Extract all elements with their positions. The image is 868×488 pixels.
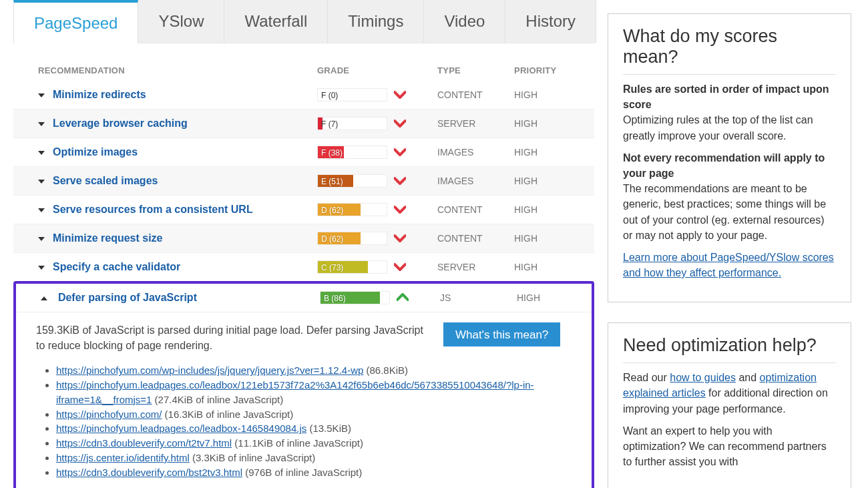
grade-bar: D (62): [317, 232, 387, 245]
impact-arrow-icon: [394, 119, 406, 128]
impact-arrow-icon: [394, 148, 406, 157]
how-to-guides-link[interactable]: how to guides: [670, 372, 736, 383]
table-row[interactable]: Optimize imagesF (38)IMAGESHIGH: [13, 138, 594, 167]
resource-link[interactable]: https://cdn3.doubleverify.com/t2tv7.html: [56, 437, 232, 449]
grade-bar: E (51): [317, 174, 387, 188]
type-value: SERVER: [437, 118, 514, 129]
header-priority: PRIORITY: [514, 65, 568, 75]
tab-waterfall[interactable]: Waterfall: [224, 0, 328, 43]
tab-pagespeed[interactable]: PageSpeed: [13, 0, 138, 43]
table-row[interactable]: Minimize redirectsF (0)CONTENTHIGH: [13, 81, 594, 109]
expand-icon[interactable]: [38, 266, 45, 270]
priority-value: HIGH: [514, 233, 568, 244]
card-title: Need optimization help?: [623, 335, 836, 363]
priority-value: HIGH: [514, 176, 568, 186]
card-bold-2: Not every recommendation will apply to y…: [623, 152, 825, 179]
grade-bar: F (7): [317, 117, 387, 130]
type-value: CONTENT: [437, 204, 514, 215]
priority-value: HIGH: [514, 204, 568, 215]
scores-meaning-card: What do my scores mean? Rules are sorted…: [608, 13, 851, 302]
list-item: https://pinchofyum.com/ (16.3KiB of inli…: [56, 407, 582, 422]
recommendation-link[interactable]: Leverage browser caching: [53, 117, 188, 129]
resource-link[interactable]: https://pinchofyum.leadpages.co/leadbox/…: [56, 379, 534, 405]
grade-bar: F (38): [317, 146, 387, 159]
improve-arrow-icon: [397, 293, 409, 302]
tab-yslow[interactable]: YSlow: [138, 0, 224, 43]
recommendation-link[interactable]: Serve scaled images: [53, 175, 158, 186]
header-recommendation: RECOMMENDATION: [23, 65, 317, 75]
expand-icon[interactable]: [38, 151, 45, 155]
table-header: RECOMMENDATION GRADE TYPE PRIORITY: [13, 60, 594, 81]
type-value: IMAGES: [437, 147, 514, 158]
grade-bar: D (62): [317, 203, 387, 216]
impact-arrow-icon: [394, 262, 406, 272]
recommendation-link[interactable]: Defer parsing of JavaScript: [58, 292, 197, 303]
card-text-2: Want an expert to help you with optimiza…: [623, 423, 836, 470]
expand-icon[interactable]: [38, 208, 45, 212]
list-item: https://pinchofyum.leadpages.co/leadbox/…: [56, 378, 582, 407]
priority-value: HIGH: [514, 147, 568, 158]
header-grade: GRADE: [317, 65, 437, 75]
grade-bar: F (0): [317, 88, 387, 101]
priority-value: HIGH: [514, 262, 568, 272]
resource-link[interactable]: https://js.center.io/identify.html: [56, 452, 190, 463]
priority-value: HIGH: [514, 89, 568, 100]
expand-icon[interactable]: [38, 237, 45, 241]
card-text-2: The recommendations are meant to be gene…: [623, 183, 826, 241]
impact-arrow-icon: [394, 176, 406, 186]
list-item: https://cdn3.doubleverify.com/t2tv7.html…: [56, 436, 582, 451]
list-item: https://pinchofyum.leadpages.co/leadbox-…: [56, 421, 582, 436]
recommendation-link[interactable]: Serve resources from a consistent URL: [53, 204, 253, 215]
grade-bar: B (86): [320, 291, 390, 304]
resource-link[interactable]: https://pinchofyum.com/: [56, 409, 162, 420]
card-bold-1: Rules are sorted in order of impact upon…: [623, 83, 829, 110]
card-text: Read our how to guides and optimization …: [623, 370, 836, 417]
tab-video[interactable]: Video: [424, 0, 505, 43]
whats-this-mean-button[interactable]: What's this mean?: [443, 322, 560, 346]
table-row[interactable]: Leverage browser cachingF (7)SERVERHIGH: [13, 109, 594, 138]
expand-icon[interactable]: [38, 180, 45, 184]
priority-value: HIGH: [514, 118, 568, 129]
grade-bar: C (73): [317, 260, 387, 274]
expand-icon[interactable]: [38, 93, 45, 97]
tab-timings[interactable]: Timings: [328, 0, 424, 43]
table-row[interactable]: Specify a cache validatorC (73)SERVERHIG…: [13, 253, 594, 282]
detail-list: https://pinchofyum.com/wp-includes/js/jq…: [36, 363, 582, 479]
tab-strip: PageSpeed YSlow Waterfall Timings Video …: [13, 0, 594, 43]
impact-arrow-icon: [394, 90, 406, 99]
list-item: https://pinchofyum.com/wp-includes/js/jq…: [56, 363, 582, 378]
expanded-row: Defer parsing of JavaScript B (86): [13, 281, 594, 488]
expand-icon[interactable]: [38, 122, 45, 126]
card-title: What do my scores mean?: [623, 26, 836, 75]
recommendation-link[interactable]: Optimize images: [53, 146, 138, 158]
detail-description: 159.3KiB of JavaScript is parsed during …: [36, 322, 423, 353]
table-row[interactable]: Serve resources from a consistent URLD (…: [13, 196, 594, 224]
tab-history[interactable]: History: [505, 0, 596, 43]
optimization-help-card: Need optimization help? Read our how to …: [608, 322, 851, 488]
table-row[interactable]: Minimize request sizeD (62)CONTENTHIGH: [13, 224, 594, 253]
type-value: IMAGES: [437, 176, 514, 186]
resource-link[interactable]: https://pinchofyum.com/wp-includes/js/jq…: [56, 364, 363, 376]
impact-arrow-icon: [394, 234, 406, 243]
type-value: SERVER: [437, 262, 514, 272]
list-item: https://cdn3.doubleverify.com/bst2tv3.ht…: [56, 465, 582, 480]
priority-value: HIGH: [517, 292, 570, 303]
type-value: CONTENT: [437, 233, 514, 244]
recommendation-link[interactable]: Specify a cache validator: [53, 261, 180, 272]
table-row[interactable]: Defer parsing of JavaScript B (86): [16, 284, 592, 312]
impact-arrow-icon: [394, 205, 406, 214]
resource-link[interactable]: https://cdn3.doubleverify.com/bst2tv3.ht…: [56, 467, 242, 478]
resource-link[interactable]: https://pinchofyum.leadpages.co/leadbox-…: [56, 423, 306, 434]
list-item: https://js.center.io/identify.html (3.3K…: [56, 451, 582, 465]
header-type: TYPE: [437, 65, 514, 75]
table-row[interactable]: Serve scaled imagesE (51)IMAGESHIGH: [13, 167, 594, 196]
type-value: CONTENT: [437, 89, 514, 100]
type-value: JS: [440, 292, 517, 303]
learn-more-link[interactable]: Learn more about PageSpeed/YSlow scores …: [623, 252, 834, 278]
recommendation-link[interactable]: Minimize redirects: [53, 89, 146, 100]
collapse-icon[interactable]: [41, 296, 47, 300]
card-text-1: Optimizing rules at the top of the list …: [623, 114, 813, 141]
recommendation-link[interactable]: Minimize request size: [53, 232, 163, 244]
